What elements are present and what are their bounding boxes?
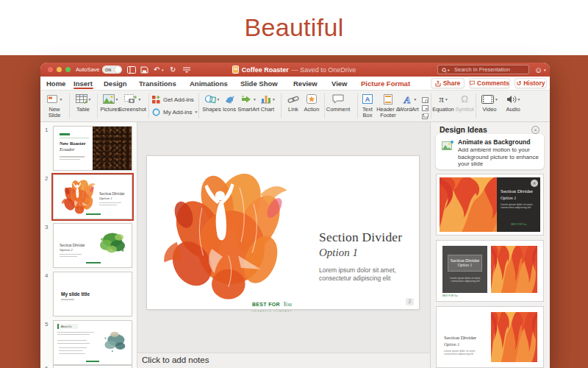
slide-thumbnail-panel: 1 New Roaster Ecuador 2 Section Divider …: [40, 122, 137, 368]
animate-background-icon: [442, 140, 454, 150]
comment-button[interactable]: Comment: [323, 92, 354, 120]
undo-icon[interactable]: ↶: [154, 65, 159, 74]
mini-subtitle: Option 1: [99, 197, 112, 200]
mini-kicker-bar: [60, 133, 70, 135]
design-variant-2[interactable]: Section Divider Option 1 Lorem ipsum dol…: [436, 240, 544, 302]
search-scope-chevron-icon[interactable]: ▾: [448, 68, 449, 72]
my-add-ins-button[interactable]: My Add-ins ▾: [152, 106, 197, 118]
chevron-down-icon: ▾: [273, 97, 275, 102]
my-add-ins-label: My Add-ins: [163, 109, 193, 116]
action-label: Action: [304, 107, 320, 113]
symbol-icon: Ω: [461, 93, 468, 105]
autosave-toggle[interactable]: ON: [102, 66, 122, 74]
design-variant-1[interactable]: Section Divider Option 1 Lorem ipsum dol…: [436, 174, 544, 236]
close-icon[interactable]: ✕: [531, 126, 539, 134]
feedback-chevron-icon[interactable]: ▾: [544, 65, 546, 74]
history-icon: ↺: [517, 80, 522, 87]
variant-subtitle: Option 1: [444, 342, 459, 347]
chart-button[interactable]: ▾ Chart: [257, 92, 279, 120]
logo-main-text: BEST FOR: [252, 302, 280, 307]
tab-design[interactable]: Design: [104, 77, 127, 91]
design-variant-3[interactable]: Section Divider Option 1 Lorem ipsum dol…: [436, 306, 544, 368]
wordart-button[interactable]: A▾ WordArt: [396, 92, 421, 120]
autosave-state: ON: [105, 68, 111, 72]
search-input[interactable]: [454, 66, 526, 74]
header-footer-icon: [384, 94, 392, 105]
slide-body-text[interactable]: Lorem ipsum dolor sit amet, consectetur …: [319, 266, 409, 282]
new-slide-icon: [47, 94, 59, 104]
shapes-icon: [204, 94, 216, 104]
document-save-status: — Saved to OneDrive: [292, 66, 356, 74]
dismiss-variant-icon[interactable]: ✕: [531, 180, 538, 187]
normal-view-icon[interactable]: [127, 65, 136, 74]
tab-animations[interactable]: Animations: [190, 77, 228, 91]
screenshot-button[interactable]: ▾ Screenshot: [117, 92, 148, 120]
action-button[interactable]: Action: [301, 92, 323, 120]
screenshot-stage: Beautiful AutoSave ON ↶ ▾ ↻: [0, 0, 588, 368]
orange-splash-art: [156, 167, 295, 303]
active-tab-underline: [74, 88, 93, 89]
undo-chevron-icon[interactable]: ▾: [162, 65, 164, 74]
mini-logo-bar: [86, 361, 99, 362]
tab-view[interactable]: View: [331, 77, 347, 91]
mini-text-bar: [60, 156, 85, 158]
mini-title: Section Divider: [60, 243, 85, 247]
mini-title: Section Divider: [99, 191, 125, 196]
table-label: Table: [76, 107, 90, 113]
new-slide-label: New Slide: [45, 107, 64, 118]
tab-picture-format[interactable]: Picture Format: [361, 77, 410, 91]
audio-button[interactable]: ▾ Audio: [502, 92, 524, 120]
autosave-label: AutoSave: [76, 65, 100, 74]
table-button[interactable]: ▾ Table: [70, 92, 96, 120]
slide-subtitle[interactable]: Option 1: [319, 247, 358, 259]
mini-subtitle: Option 2: [60, 248, 73, 252]
icons-icon: [224, 94, 235, 104]
share-button[interactable]: Share: [431, 78, 465, 88]
audio-icon: [506, 95, 517, 104]
ribbon-tab-bar: Home Insert Design Transitions Animation…: [40, 77, 550, 91]
minimize-window-button[interactable]: [57, 67, 62, 72]
variant-body: Lorem ipsum dolor sit amet, consectetur …: [501, 203, 536, 210]
slide-thumbnail-2-selected[interactable]: Section Divider Option 1: [53, 174, 132, 219]
save-icon[interactable]: [140, 65, 148, 74]
slide-title[interactable]: Section Divider: [319, 230, 402, 245]
feedback-smiley-icon[interactable]: ☺: [534, 65, 542, 74]
new-slide-button[interactable]: ▾ New Slide: [42, 92, 67, 120]
slide-thumbnail-4[interactable]: My slide title: [53, 272, 132, 316]
tab-transitions[interactable]: Transitions: [139, 77, 176, 91]
slide-thumbnail-1[interactable]: New Roaster Ecuador: [53, 126, 132, 171]
get-add-ins-label: Get Add-ins: [163, 96, 194, 103]
marketing-banner: Beautiful: [0, 0, 588, 55]
slide-page-number: 2: [406, 298, 414, 305]
variant-logo: BEST FOR You: [442, 294, 458, 297]
zoom-window-button[interactable]: [65, 67, 71, 72]
close-window-button[interactable]: [48, 67, 53, 72]
symbol-button[interactable]: Ω Symbol: [453, 92, 476, 120]
slide-thumbnail-6[interactable]: [53, 365, 132, 368]
get-add-ins-button[interactable]: Get Add-ins: [152, 93, 194, 105]
comments-button[interactable]: Comments: [469, 78, 510, 88]
tab-home[interactable]: Home: [46, 77, 65, 91]
mini-bullet-bar: [59, 353, 85, 354]
mini-text-bar: [60, 256, 77, 257]
mini-callout-box: About Us: [57, 324, 78, 329]
banner-title: Beautiful: [244, 13, 343, 42]
orange-splash-art: [60, 178, 98, 215]
tab-review[interactable]: Review: [293, 77, 318, 91]
slide-number: 6: [45, 365, 48, 368]
slide-canvas[interactable]: Section Divider Option 1 Lorem ipsum dol…: [147, 156, 419, 309]
history-label: History: [523, 79, 545, 87]
slide-thumbnail-5[interactable]: About Us: [53, 320, 132, 365]
teal-illustration-art: [95, 325, 130, 358]
history-button[interactable]: ↺ History: [514, 78, 547, 88]
tab-slide-show[interactable]: Slide Show: [240, 77, 278, 91]
share-icon: [435, 80, 441, 87]
object-icon[interactable]: [422, 109, 429, 122]
chevron-down-icon: ▾: [495, 97, 498, 102]
notes-pane[interactable]: Click to add notes: [137, 353, 430, 368]
wordart-icon: A: [401, 94, 413, 105]
animate-as-background-card[interactable]: Animate as Background Add ambient motion…: [436, 134, 544, 169]
slide-thumbnail-3[interactable]: Section Divider Option 2: [53, 223, 132, 268]
chevron-down-icon: ▾: [415, 97, 417, 102]
video-button[interactable]: ▾ Video: [478, 92, 501, 120]
